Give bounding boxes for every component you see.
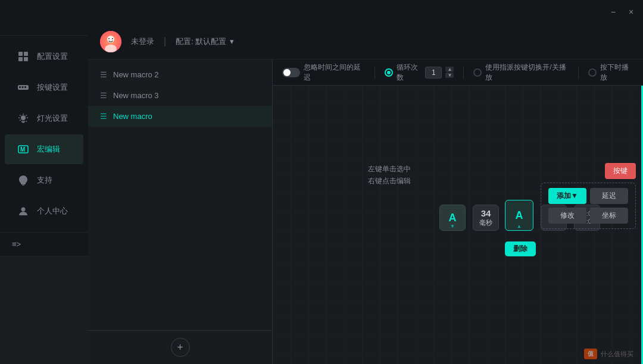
- macro-item-2[interactable]: ☰ New macro: [88, 106, 272, 127]
- config-icon: [17, 50, 30, 63]
- ctx-modify-button[interactable]: 修改: [548, 208, 586, 224]
- sidebar-item-config[interactable]: 配置设置: [5, 42, 83, 71]
- key-arrows-selected: ▲: [517, 224, 522, 229]
- svg-rect-3: [18, 57, 23, 61]
- config-label: 配置: 默认配置: [176, 36, 226, 47]
- toolbar-divider-3: [578, 67, 579, 79]
- svg-rect-6: [19, 86, 21, 88]
- svg-point-18: [112, 38, 113, 39]
- header-user: 未登录: [131, 36, 154, 47]
- svg-rect-4: [24, 57, 28, 61]
- macro-item-icon-2: ☰: [100, 112, 107, 121]
- loop-label: 循环次数: [397, 62, 422, 83]
- sidebar-item-keys[interactable]: 按键设置: [5, 73, 83, 102]
- svg-text:M: M: [20, 146, 25, 153]
- sidebar-label-light: 灯光设置: [37, 113, 68, 124]
- title-bar-controls: − ×: [608, 7, 636, 17]
- editor-toolbar: 忽略时间之间的延迟 循环次数 ▲ ▼ 使用指派按键切换开/关播放 按下时播放: [273, 59, 643, 86]
- main-content: ☰ New macro 2 ☰ New macro 3 ☰ New macro …: [88, 59, 643, 364]
- ctx-delay-button[interactable]: 延迟: [590, 188, 628, 204]
- macro-item-icon-1: ☰: [100, 91, 107, 100]
- title-bar: − ×: [0, 0, 643, 24]
- canvas-hint: 左键单击选中 右键点击编辑: [368, 163, 411, 187]
- svg-point-13: [21, 208, 26, 212]
- watermark: 值 什么值得买: [584, 349, 633, 359]
- sidebar-item-macro[interactable]: M 宏编辑: [5, 134, 83, 164]
- loop-item: 循环次数 ▲ ▼: [385, 62, 454, 83]
- macro-item-label-1: New macro 3: [113, 91, 159, 100]
- macro-list-footer: +: [88, 330, 272, 364]
- dropdown-icon: ▾: [230, 37, 234, 46]
- minimize-button[interactable]: −: [608, 7, 618, 17]
- account-icon: [17, 205, 30, 218]
- key-a-first-label: A: [449, 212, 457, 224]
- toolbar-divider-2: [463, 67, 464, 79]
- loop-spinners: ▲ ▼: [445, 67, 454, 78]
- svg-rect-2: [24, 52, 28, 56]
- header-divider: |: [164, 36, 166, 47]
- ctx-popup-box: 添加▼ 延迟 修改 坐标: [541, 183, 636, 229]
- sidebar-footer[interactable]: ≡>: [0, 232, 88, 256]
- sidebar-item-support[interactable]: 支持: [5, 165, 83, 195]
- assign-item[interactable]: 使用指派按键切换开/关播放: [473, 62, 568, 83]
- delay-toggle-item[interactable]: 忽略时间之间的延迟: [282, 62, 365, 83]
- svg-rect-1: [18, 52, 23, 56]
- close-button[interactable]: ×: [626, 7, 636, 17]
- ctx-top-row: 按键: [541, 163, 636, 179]
- ms-value: 34: [481, 208, 491, 218]
- assign-radio[interactable]: [473, 68, 482, 77]
- user-avatar: [100, 31, 121, 52]
- support-icon: [17, 174, 30, 187]
- delay-toggle[interactable]: [282, 68, 300, 77]
- macro-icon: M: [17, 143, 30, 156]
- hold-radio[interactable]: [588, 68, 597, 77]
- sidebar-label-keys: 按键设置: [37, 82, 68, 93]
- hold-label: 按下时播放: [600, 62, 633, 83]
- sidebar-label-macro: 宏编辑: [37, 144, 60, 155]
- ctx-coord-button[interactable]: 坐标: [590, 208, 628, 224]
- key-a-selected-label: A: [516, 209, 523, 222]
- macro-list-panel: ☰ New macro 2 ☰ New macro 3 ☰ New macro …: [88, 59, 273, 364]
- sidebar-item-account[interactable]: 个人中心: [5, 196, 83, 226]
- macro-item-icon-0: ☰: [100, 70, 107, 79]
- assign-label: 使用指派按键切换开/关播放: [485, 62, 568, 83]
- header: 未登录 | 配置: 默认配置 ▾: [88, 24, 643, 59]
- sidebar-label-support: 支持: [37, 175, 52, 186]
- watermark-badge: 值: [584, 349, 597, 359]
- hold-item[interactable]: 按下时播放: [588, 62, 633, 83]
- macro-list: ☰ New macro 2 ☰ New macro 3 ☰ New macro: [88, 59, 272, 330]
- macro-item-0[interactable]: ☰ New macro 2: [88, 64, 272, 85]
- svg-rect-7: [22, 86, 24, 88]
- add-macro-button[interactable]: +: [171, 338, 190, 357]
- svg-point-17: [108, 38, 110, 39]
- user-label: 未登录: [131, 36, 154, 47]
- key-a-first[interactable]: A ▼: [439, 205, 466, 231]
- macro-item-1[interactable]: ☰ New macro 3: [88, 85, 272, 106]
- key-block-selected[interactable]: A ▲: [505, 200, 533, 231]
- delay-toggle-knob: [283, 69, 291, 76]
- loop-up-button[interactable]: ▲: [445, 67, 454, 72]
- svg-rect-12: [22, 184, 24, 186]
- context-menu: 按键 添加▼ 延迟 修改 坐标: [541, 163, 636, 229]
- editor-panel: 忽略时间之间的延迟 循环次数 ▲ ▼ 使用指派按键切换开/关播放 按下时播放: [273, 59, 643, 364]
- macro-item-label-0: New macro 2: [113, 70, 159, 79]
- loop-count-input[interactable]: [425, 67, 442, 79]
- ctx-key-button[interactable]: 按键: [605, 163, 636, 179]
- sidebar-item-light[interactable]: 灯光设置: [5, 103, 83, 133]
- header-config[interactable]: 配置: 默认配置 ▾: [176, 36, 234, 47]
- editor-canvas[interactable]: 左键单击选中 右键点击编辑 A ▼ 34 毫秒: [273, 86, 643, 364]
- macro-item-label-2: New macro: [113, 112, 152, 121]
- loop-down-button[interactable]: ▼: [445, 73, 454, 78]
- nav-items: 配置设置 按键设置 灯光设置: [0, 36, 88, 232]
- loop-radio[interactable]: [385, 68, 393, 77]
- arrow-down-first: ▼: [450, 224, 455, 229]
- ms-block: 34 毫秒: [473, 205, 499, 231]
- key-block-first[interactable]: A ▼: [439, 205, 466, 231]
- delete-button[interactable]: 删除: [505, 241, 536, 256]
- sidebar-collapse-icon: ≡>: [12, 240, 21, 249]
- arrow-up-selected: ▲: [517, 224, 522, 229]
- key-a-selected[interactable]: A ▲: [505, 200, 533, 231]
- ctx-add-button[interactable]: 添加▼: [548, 188, 586, 204]
- delay-label: 忽略时间之间的延迟: [304, 62, 365, 83]
- delete-button-container: 删除: [505, 239, 536, 256]
